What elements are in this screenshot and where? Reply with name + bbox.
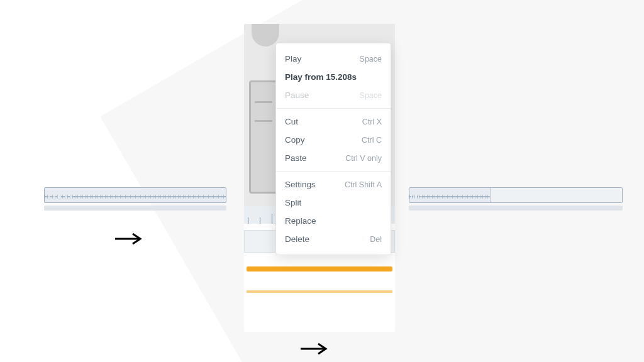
- menu-item-label: Split: [285, 198, 301, 207]
- track-rail: [44, 206, 226, 211]
- menu-item-settings[interactable]: Settings Ctrl Shift A: [276, 175, 391, 194]
- menu-item-delete[interactable]: Delete Del: [276, 230, 391, 248]
- waveform-before: [44, 187, 226, 211]
- menu-item-shortcut: Space: [360, 91, 382, 100]
- menu-item-play[interactable]: Play Space: [276, 50, 391, 68]
- context-menu: Play Space Play from 15.208s Pause Space…: [275, 43, 391, 255]
- menu-item-shortcut: Ctrl Shift A: [345, 180, 382, 189]
- menu-item-label: Play from 15.208s: [285, 72, 357, 82]
- menu-item-label: Delete: [285, 234, 309, 244]
- arrow-right-icon: [296, 339, 333, 358]
- menu-item-label: Paste: [285, 153, 307, 163]
- menu-item-shortcut: Space: [360, 55, 382, 63]
- timeline-track[interactable]: [247, 266, 392, 272]
- audio-clip[interactable]: [409, 187, 623, 203]
- menu-item-play-from[interactable]: Play from 15.208s: [276, 68, 391, 86]
- menu-item-replace[interactable]: Replace: [276, 212, 391, 230]
- menu-item-shortcut: Del: [370, 235, 382, 244]
- menu-item-split[interactable]: Split: [276, 194, 391, 212]
- menu-item-shortcut: Ctrl C: [362, 136, 382, 145]
- timeline-track[interactable]: [247, 290, 392, 293]
- audio-clip[interactable]: [44, 187, 226, 203]
- scene-lamp-shape: [252, 24, 279, 47]
- menu-item-label: Replace: [285, 216, 316, 226]
- menu-group-edit: Cut Ctrl X Copy Ctrl C Paste Ctrl V only: [276, 109, 391, 171]
- waveform-after: [409, 187, 623, 211]
- menu-item-label: Cut: [285, 117, 298, 126]
- menu-group-clip: Settings Ctrl Shift A Split Replace Dele…: [276, 172, 391, 252]
- menu-item-paste[interactable]: Paste Ctrl V only: [276, 149, 391, 167]
- arrow-right-icon: [110, 229, 148, 248]
- menu-item-pause: Pause Space: [276, 86, 391, 104]
- menu-item-label: Settings: [285, 180, 316, 189]
- menu-item-cut[interactable]: Cut Ctrl X: [276, 112, 391, 131]
- menu-item-shortcut: Ctrl X: [362, 118, 382, 126]
- menu-item-copy[interactable]: Copy Ctrl C: [276, 131, 391, 149]
- scene-cabinet-shape: [249, 80, 278, 194]
- track-rail: [409, 206, 623, 211]
- menu-item-shortcut: Ctrl V only: [345, 154, 382, 163]
- menu-item-label: Play: [285, 54, 301, 63]
- menu-item-label: Pause: [285, 90, 309, 100]
- menu-group-playback: Play Space Play from 15.208s Pause Space: [276, 46, 391, 108]
- editor-preview-strip: Play Space Play from 15.208s Pause Space…: [244, 24, 395, 332]
- menu-item-label: Copy: [285, 135, 305, 145]
